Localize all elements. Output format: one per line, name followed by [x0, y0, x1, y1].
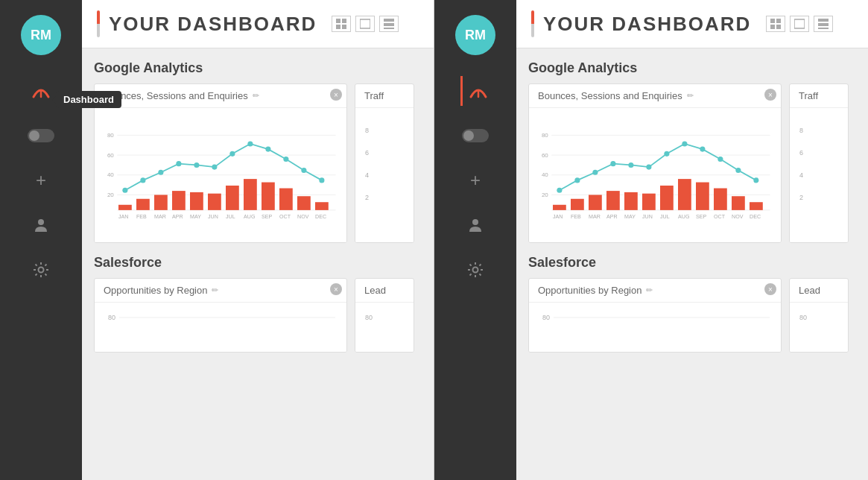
right-opportunities-header: Opportunities by Region ✏	[529, 279, 781, 303]
svg-text:2: 2	[799, 194, 803, 201]
plus-icon: +	[36, 171, 46, 189]
grid-view-icon[interactable]	[332, 16, 351, 32]
svg-text:60: 60	[107, 152, 114, 159]
svg-text:OCT: OCT	[279, 214, 291, 220]
svg-rect-72	[818, 23, 829, 26]
svg-rect-68	[770, 25, 775, 29]
right-page-title: YOUR DASHBOARD	[543, 13, 751, 36]
svg-point-36	[194, 162, 199, 168]
svg-text:JAN: JAN	[118, 214, 128, 220]
left-opportunities-edit[interactable]: ✏	[212, 285, 218, 295]
right-main: YOUR DASHBOARD	[516, 0, 868, 480]
left-bounces-close[interactable]: ×	[330, 89, 342, 101]
dashboard-tooltip: Dashboard	[56, 91, 121, 108]
svg-point-104	[717, 157, 723, 162]
svg-point-97	[592, 170, 598, 175]
svg-point-32	[122, 188, 127, 193]
right-sidebar-item-dashboard[interactable]	[460, 76, 490, 106]
right-sidebar-item-users[interactable]	[460, 210, 490, 240]
svg-text:DEC: DEC	[750, 214, 761, 220]
toggle-icon	[28, 129, 54, 142]
svg-rect-27	[244, 179, 257, 210]
svg-text:4: 4	[799, 171, 803, 179]
svg-text:MAR: MAR	[154, 214, 166, 220]
right-sf-title: Salesforce	[528, 255, 856, 271]
svg-rect-5	[336, 25, 340, 29]
svg-rect-85	[589, 195, 602, 209]
right-bounces-edit[interactable]: ✏	[687, 91, 694, 101]
svg-rect-29	[279, 189, 293, 210]
left-ga-widget-row: Bounces, Sessions and Enquiries ✏ × 80 6…	[94, 83, 422, 243]
left-traffic-chart: 8 6 4 2	[355, 108, 414, 242]
svg-text:AUG: AUG	[244, 214, 255, 220]
svg-rect-9	[384, 23, 394, 26]
right-opp-close[interactable]: ×	[764, 283, 776, 295]
svg-point-35	[176, 161, 181, 166]
left-panel: RM +	[0, 0, 434, 480]
svg-text:FEB: FEB	[571, 214, 581, 220]
right-bounces-close[interactable]: ×	[764, 89, 776, 101]
svg-text:JUL: JUL	[226, 214, 235, 220]
svg-rect-87	[624, 192, 638, 210]
svg-point-99	[628, 162, 633, 168]
sidebar-item-dashboard[interactable]	[26, 76, 56, 106]
right-ga-widget-row: Bounces, Sessions and Enquiries ✏ × 80 6…	[528, 83, 856, 243]
svg-rect-94	[750, 202, 763, 210]
svg-rect-67	[776, 19, 781, 23]
svg-point-39	[247, 141, 253, 146]
svg-point-42	[301, 168, 306, 173]
svg-point-34	[158, 170, 163, 175]
svg-text:JAN: JAN	[553, 214, 563, 220]
left-opp-chart: 80	[95, 303, 346, 353]
svg-rect-93	[732, 196, 745, 210]
svg-point-105	[735, 168, 741, 173]
svg-rect-83	[553, 205, 566, 210]
svg-rect-31	[315, 202, 329, 210]
header-divider	[97, 10, 100, 37]
svg-text:AUG: AUG	[678, 214, 689, 220]
svg-text:SEP: SEP	[262, 214, 272, 220]
sidebar-item-add[interactable]: +	[26, 165, 56, 195]
svg-point-95	[557, 188, 562, 193]
svg-text:SEP: SEP	[696, 214, 706, 220]
left-bounces-label: Bounces, Sessions and Enquiries	[104, 90, 248, 101]
left-leads-chart: 80	[355, 303, 414, 353]
left-main: YOUR DASHBOARD	[82, 0, 434, 480]
svg-rect-4	[342, 19, 346, 23]
svg-point-43	[319, 177, 324, 183]
right-sidebar-item-settings[interactable]	[460, 255, 490, 285]
left-header: YOUR DASHBOARD	[82, 0, 434, 48]
svg-rect-88	[642, 194, 656, 210]
svg-rect-26	[226, 186, 239, 210]
right-opportunities-label: Opportunities by Region	[538, 285, 642, 296]
svg-point-40	[265, 147, 270, 152]
left-bounces-edit[interactable]: ✏	[253, 91, 259, 101]
left-opp-close[interactable]: ×	[330, 283, 342, 295]
right-opportunities-widget: Opportunities by Region ✏ × 80	[528, 278, 782, 353]
right-opportunities-edit[interactable]: ✏	[646, 285, 653, 295]
sidebar-item-settings[interactable]	[26, 255, 56, 285]
svg-rect-91	[696, 183, 709, 210]
single-view-icon[interactable]	[355, 16, 375, 32]
right-traffic-label: Traff	[799, 90, 818, 101]
right-leads-chart: 80	[790, 303, 848, 353]
right-grid-view-icon[interactable]	[766, 16, 785, 32]
left-sf-title: Salesforce	[94, 255, 422, 271]
svg-text:80: 80	[107, 132, 114, 139]
sidebar-item-users[interactable]	[26, 210, 56, 240]
left-traffic-label: Traff	[364, 90, 384, 101]
svg-rect-20	[118, 205, 132, 210]
left-opportunities-label: Opportunities by Region	[104, 285, 207, 296]
svg-text:JUN: JUN	[208, 214, 218, 220]
right-sidebar-item-toggle[interactable]	[460, 121, 490, 151]
left-bounces-chart: 80 60 40 20	[95, 108, 346, 242]
right-avatar: RM	[455, 15, 495, 55]
right-sidebar-item-add[interactable]: +	[460, 165, 490, 195]
right-list-view-icon[interactable]	[814, 16, 833, 32]
svg-rect-73	[818, 28, 829, 29]
right-single-view-icon[interactable]	[790, 16, 809, 32]
list-view-icon[interactable]	[379, 16, 399, 32]
right-bounces-label: Bounces, Sessions and Enquiries	[538, 90, 682, 101]
svg-point-102	[682, 141, 687, 146]
sidebar-item-toggle[interactable]	[26, 121, 56, 151]
